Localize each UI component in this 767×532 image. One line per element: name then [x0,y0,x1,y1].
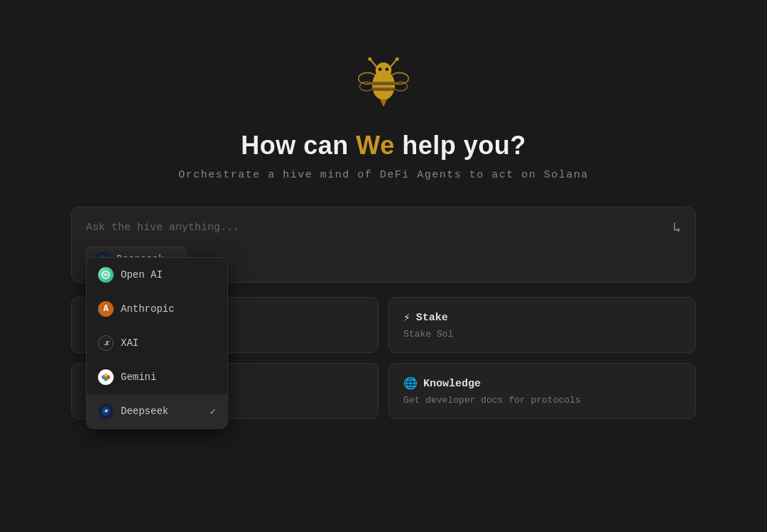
deepseek-label: Deepseek [121,406,168,417]
svg-point-11 [376,63,391,78]
headline: How can We help you? [241,131,526,161]
xai-label: XAI [121,337,138,349]
headline-suffix: help you? [395,131,526,160]
dropdown-item-openai[interactable]: Open AI [87,258,227,292]
search-container: Ask the hive anything... ↳ Deepseek ∨ [71,207,696,283]
subheadline: Orchestrate a hive mind of DeFi Agents t… [178,169,589,181]
svg-point-3 [396,58,399,61]
send-icon[interactable]: ↳ [673,219,681,237]
svg-marker-14 [380,100,387,107]
stake-icon: ⚡ [403,310,410,325]
headline-prefix: How can [241,131,356,160]
svg-point-23 [106,410,108,412]
dropdown-item-anthropic[interactable]: A Anthropic [87,292,227,326]
svg-point-12 [379,67,382,71]
svg-rect-10 [372,87,395,91]
svg-line-0 [371,60,376,67]
dropdown-item-gemini[interactable]: Gemini [87,360,227,394]
svg-point-20 [104,374,108,377]
model-dropdown: Open AI A Anthropic 𝑥 XAI [86,257,228,429]
card-stake-subtitle: Stake Sol [403,329,681,340]
card-stake-title-text: Stake [416,312,448,324]
knowledge-icon: 🌐 [403,376,418,391]
headline-highlight: We [356,131,394,160]
openai-label: Open AI [121,269,163,281]
gemini-label: Gemini [121,371,156,383]
bee-logo [355,57,412,114]
search-placeholder[interactable]: Ask the hive anything... [86,222,673,234]
anthropic-icon: A [98,301,114,317]
svg-point-21 [104,378,108,381]
dropdown-item-deepseek[interactable]: Deepseek ✓ [87,394,227,428]
xai-icon: 𝑥 [98,335,114,351]
card-stake[interactable]: ⚡ Stake Stake Sol [388,297,696,353]
card-knowledge[interactable]: 🌐 Knowledge Get developer docs for proto… [388,363,696,419]
svg-rect-9 [372,82,395,85]
svg-line-2 [391,60,396,67]
dropdown-item-xai[interactable]: 𝑥 XAI [87,326,227,360]
check-mark-icon: ✓ [210,406,216,418]
search-input-row: Ask the hive anything... ↳ [86,219,681,237]
anthropic-label: Anthropic [121,303,175,315]
card-knowledge-subtitle: Get developer docs for protocols [403,395,681,406]
openai-icon [98,267,114,283]
svg-point-1 [368,58,371,61]
deepseek-dropdown-icon [98,403,114,419]
svg-point-7 [393,82,407,91]
card-knowledge-title-text: Knowledge [423,378,481,390]
main-content: How can We help you? Orchestrate a hive … [0,0,767,419]
svg-point-5 [359,82,373,91]
card-stake-title: ⚡ Stake [403,310,681,325]
card-knowledge-title: 🌐 Knowledge [403,376,681,391]
gemini-icon [98,369,114,385]
svg-point-13 [385,67,388,71]
